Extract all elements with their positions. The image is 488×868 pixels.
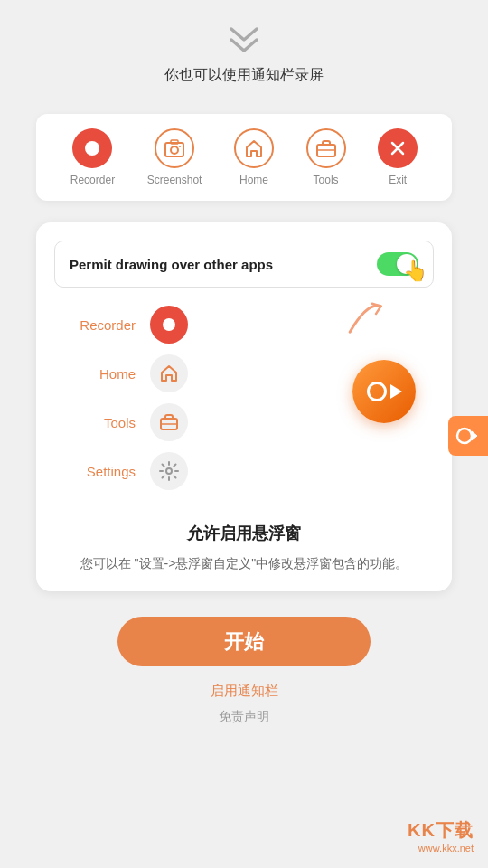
permit-text: Permit drawing over other apps (70, 257, 273, 272)
disclaimer-link[interactable]: 免责声明 (219, 709, 269, 725)
menu-tools-label: Tools (72, 415, 136, 430)
chevron-down-icon (228, 27, 260, 59)
menu-home-icon[interactable] (150, 354, 188, 392)
exit-icon (378, 128, 418, 168)
side-float-button[interactable] (448, 416, 488, 456)
watermark-url: www.kkx.net (418, 843, 474, 854)
notif-item-recorder[interactable]: Recorder (70, 128, 115, 186)
menu-tools-icon[interactable] (150, 403, 188, 441)
notif-item-home[interactable]: Home (234, 128, 274, 186)
main-record-button[interactable] (352, 360, 416, 423)
screenshot-label: Screenshot (147, 174, 202, 186)
watermark-logo: KK下载 (408, 818, 474, 843)
notif-item-tools[interactable]: Tools (306, 128, 346, 186)
floating-window-card: Permit drawing over other apps 👆 Recorde… (36, 222, 452, 591)
enable-notif-link[interactable]: 启用通知栏 (211, 683, 278, 700)
menu-home-label: Home (72, 366, 136, 382)
permit-row: Permit drawing over other apps 👆 (54, 241, 434, 288)
svg-point-9 (163, 318, 175, 331)
notif-item-screenshot[interactable]: Screenshot (147, 128, 202, 186)
page: 你也可以使用通知栏录屏 Recorder Screenshot (0, 0, 488, 868)
menu-recorder-label: Recorder (72, 317, 136, 333)
svg-point-2 (171, 146, 178, 154)
hand-cursor-icon: 👆 (403, 259, 427, 283)
toggle-container[interactable]: 👆 (377, 252, 418, 276)
menu-settings-label: Settings (72, 464, 136, 479)
home-icon (234, 128, 274, 168)
top-title: 你也可以使用通知栏录屏 (164, 66, 324, 85)
svg-point-13 (457, 429, 472, 443)
recorder-icon (72, 128, 112, 168)
tools-label: Tools (314, 174, 339, 186)
start-button[interactable]: 开始 (117, 617, 371, 666)
notif-bar-card: Recorder Screenshot Home (36, 114, 452, 201)
watermark: KK下载 www.kkx.net (408, 818, 474, 854)
floating-card-desc: 您可以在 "设置->悬浮窗自定义"中修改悬浮窗包含的功能。 (54, 553, 434, 573)
top-section: 你也可以使用通知栏录屏 (164, 27, 324, 99)
menu-row-settings: Settings (72, 452, 188, 490)
floating-menu: Recorder Home (54, 306, 188, 494)
svg-point-0 (85, 141, 99, 156)
menu-row-tools: Tools (72, 403, 188, 441)
svg-point-4 (179, 146, 181, 147)
tools-icon (306, 128, 346, 168)
screenshot-icon (155, 128, 194, 168)
home-label: Home (239, 174, 268, 186)
exit-label: Exit (389, 174, 407, 186)
floating-card-title: 允许启用悬浮窗 (54, 523, 434, 544)
menu-row-recorder: Recorder (72, 306, 188, 344)
menu-row-home: Home (72, 354, 188, 392)
recorder-label: Recorder (70, 174, 115, 186)
menu-settings-icon[interactable] (150, 452, 188, 490)
notif-item-exit[interactable]: Exit (378, 128, 418, 186)
menu-recorder-icon[interactable] (150, 306, 188, 344)
svg-point-12 (166, 468, 172, 474)
